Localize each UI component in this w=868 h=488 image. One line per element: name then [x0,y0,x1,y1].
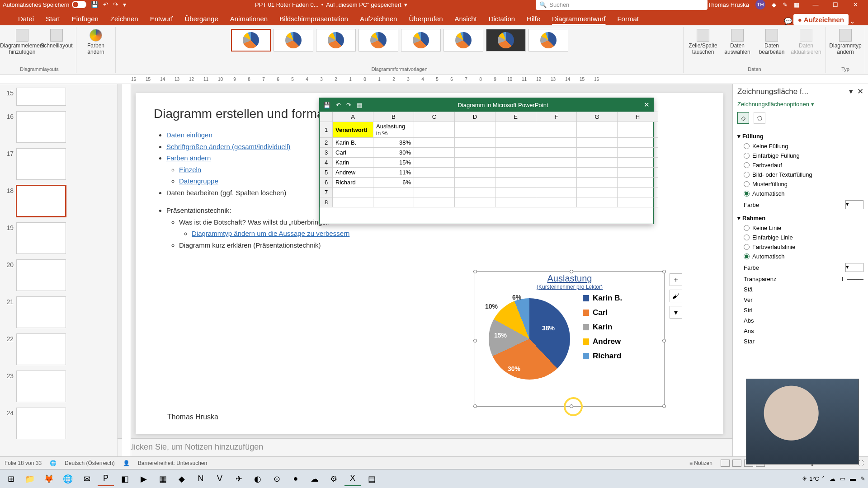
excel-close-icon[interactable]: ✕ [644,101,650,109]
premium-icon[interactable]: ◆ [772,1,776,8]
select-data-button[interactable]: Daten auswählen [722,29,753,55]
edit-data-button[interactable]: Daten bearbeiten [756,29,788,55]
line-none-radio[interactable]: Keine Linie [737,223,863,233]
tab-zeichnen[interactable]: Zeichnen [105,12,144,25]
battery-icon[interactable]: ▭ [840,475,845,482]
close-pane-icon[interactable]: ✕ [857,87,863,96]
powerpoint-icon[interactable]: P [98,472,114,486]
language-status[interactable]: Deutsch (Österreich) [65,460,115,466]
tab-uebergaenge[interactable]: Übergänge [179,12,224,25]
quick-layout-button[interactable]: Schnelllayout [41,29,72,49]
weather-widget[interactable]: ☀ 1°C [802,475,819,482]
slide-thumb-16[interactable] [16,111,66,143]
line-auto-radio[interactable]: Automatisch [737,252,863,261]
chart-style-6[interactable] [443,29,483,52]
tab-entwurf[interactable]: Entwurf [145,12,179,25]
fill-color-picker[interactable]: ▾ [845,200,863,209]
toggle-switch[interactable] [72,1,86,8]
excel-save-icon[interactable]: 💾 [323,102,330,108]
slide-counter[interactable]: Folie 18 von 33 [5,460,42,466]
chart-plus-icon[interactable]: ＋ [670,273,682,286]
accessibility-status[interactable]: Barrierefreiheit: Untersuchen [138,460,207,466]
comments-icon[interactable]: 💬 [784,17,793,25]
app-icon[interactable]: ⊙ [269,472,285,486]
settings-icon[interactable]: ⚙ [326,472,342,486]
tab-ueberpruefen[interactable]: Überprüfen [403,12,448,25]
slide-thumb-18[interactable] [16,185,66,217]
fill-tab-icon[interactable]: ◇ [737,112,749,124]
slide-thumb-19[interactable] [16,222,66,254]
fill-gradient-radio[interactable]: Farbverlauf [737,160,863,170]
excel-grid[interactable]: ABCDEFGH 1VerantwortlAuslastung in % 2Ka… [320,112,658,207]
explorer-icon[interactable]: 📁 [22,472,38,486]
change-colors-button[interactable]: Farben ändern [80,29,112,55]
tray-icon[interactable]: ✎ [860,475,865,482]
record-button[interactable]: Aufzeichnen [793,14,849,25]
slide-thumbnails[interactable]: 15161718192021222324 [0,84,118,456]
chart-style-5[interactable] [401,29,441,52]
more-icon[interactable]: ▾ [123,1,126,8]
tab-hilfe[interactable]: Hilfe [521,12,546,25]
start-button[interactable]: ⊞ [3,472,19,486]
tab-datei[interactable]: Datei [13,12,39,25]
telegram-icon[interactable]: ✈ [231,472,247,486]
edit-data-window[interactable]: 💾 ↶ ↷ ▦ Diagramm in Microsoft PowerPoint… [319,98,654,224]
fill-solid-radio[interactable]: Einfarbige Füllung [737,151,863,160]
maximize-button[interactable]: ☐ [826,1,845,8]
tab-diagrammentwurf[interactable]: Diagrammentwurf [547,12,611,25]
chevron-down-icon[interactable]: ▾ [849,87,853,96]
fill-picture-radio[interactable]: Bild- oder Texturfüllung [737,170,863,179]
user-avatar[interactable]: TH [755,0,765,9]
line-solid-radio[interactable]: Einfarbige Linie [737,233,863,242]
tab-bildschirm[interactable]: Bildschirmpräsentation [274,12,354,25]
fill-none-radio[interactable]: Keine Füllung [737,141,863,151]
autosave-toggle[interactable]: Automatisches Speichern [3,1,86,8]
add-chart-element-button[interactable]: Diagrammelement hinzufügen [6,29,38,55]
collapse-ribbon-icon[interactable]: ⌄ [849,17,855,25]
app-icon[interactable]: ◆ [174,472,190,486]
slide-thumb-23[interactable] [16,371,66,402]
slide-thumb-21[interactable] [16,296,66,328]
tab-aufzeichnen[interactable]: Aufzeichnen [354,12,403,25]
close-button[interactable]: ✕ [845,1,865,8]
pie-plot-area[interactable]: 38% 30% 15% 10% 6% [484,294,575,384]
minimize-button[interactable]: — [806,1,826,8]
sorter-view-icon[interactable] [732,460,741,467]
line-color-picker[interactable]: ▾ [845,263,863,272]
app-icon[interactable]: ▦ [155,472,171,486]
outlook-icon[interactable]: ✉ [79,472,95,486]
slide-thumb-20[interactable] [16,259,66,291]
save-icon[interactable]: 💾 [91,1,99,8]
slide-thumb-22[interactable] [16,333,66,365]
notes-pane[interactable]: Klicken Sie, um Notizen hinzuzufügen [118,438,732,456]
line-section-header[interactable]: ▾ Rahmen [737,215,863,221]
wifi-icon[interactable]: ▬ [850,475,856,482]
lang-icon[interactable]: 🌐 [50,460,57,466]
excel-undo-icon[interactable]: ↶ [336,102,341,108]
slide-thumb-15[interactable] [16,88,66,106]
chart-style-7[interactable] [486,29,526,52]
tab-format[interactable]: Format [612,12,644,25]
chart-style-2[interactable] [274,29,313,52]
chrome-icon[interactable]: 🌐 [60,472,76,486]
tab-start[interactable]: Start [40,12,66,25]
chart-filter-icon[interactable]: ▾ [670,306,682,319]
search-box[interactable]: 🔍 Suchen [536,0,708,10]
excel-redo-icon[interactable]: ↷ [346,102,351,108]
line-gradient-radio[interactable]: Farbverlaufslinie [737,242,863,252]
chart-title[interactable]: Auslastung [475,273,664,284]
accessibility-icon[interactable]: 👤 [123,460,130,466]
switch-row-col-button[interactable]: Zeile/Spalte tauschen [687,29,719,55]
tab-einfuegen[interactable]: Einfügen [66,12,104,25]
notes-toggle[interactable]: ≡ Notizen [689,460,712,466]
chart-style-1[interactable] [231,29,271,52]
fill-auto-radio[interactable]: Automatisch [737,189,863,198]
app-icon[interactable]: ▦ [794,1,799,8]
excel-grid-icon[interactable]: ▦ [357,102,362,108]
vlc-icon[interactable]: ▶ [136,472,152,486]
app-icon[interactable]: ◧ [117,472,133,486]
effects-tab-icon[interactable]: ⬠ [754,112,765,124]
slide-thumb-17[interactable] [16,148,66,180]
redo-icon[interactable]: ↷ [113,1,118,8]
firefox-icon[interactable]: 🦊 [41,472,57,486]
